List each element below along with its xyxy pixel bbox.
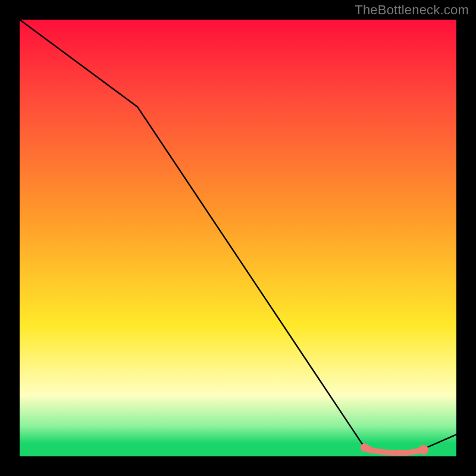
curve-marker <box>377 449 383 455</box>
curve-marker <box>403 450 409 456</box>
chart-svg <box>20 20 456 456</box>
curve-marker <box>371 448 377 454</box>
curve-marker <box>410 449 416 455</box>
chart-stage: TheBottleneck.com <box>0 0 476 476</box>
curve-marker <box>384 449 390 455</box>
gradient-background <box>20 20 456 456</box>
curve-marker <box>397 450 403 456</box>
plot-area <box>20 20 456 456</box>
curve-marker <box>390 450 396 456</box>
curve-marker <box>419 445 428 455</box>
attribution-text: TheBottleneck.com <box>355 2 469 18</box>
